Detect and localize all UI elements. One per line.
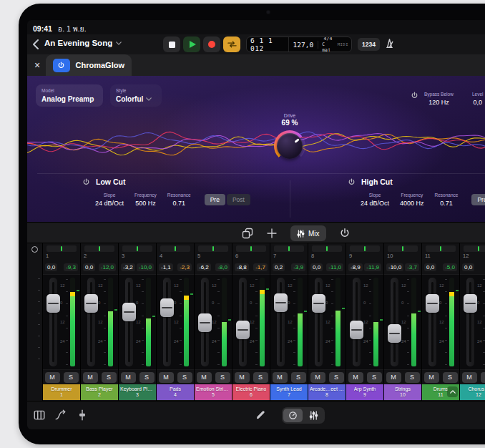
edit-pencil-button[interactable] xyxy=(255,409,266,421)
high-cut-resonance[interactable]: Resonance 0.71 xyxy=(435,193,459,207)
pan-control[interactable] xyxy=(236,245,266,252)
pan-control[interactable] xyxy=(350,245,380,252)
mute-button[interactable]: M xyxy=(197,372,212,383)
solo-button[interactable]: S xyxy=(253,372,268,383)
lcd-display[interactable]: 6 1 1 012 127,0 4/4 C maj MIDI xyxy=(246,36,352,52)
channel-strips-icon[interactable] xyxy=(33,409,46,422)
channel-name-label[interactable]: Bass Player2 xyxy=(81,384,118,400)
low-cut-slope[interactable]: Slope 24 dB/Oct xyxy=(95,193,124,207)
pan-control[interactable] xyxy=(464,245,485,252)
channel-name-label[interactable]: Arcade…eet Pad8 xyxy=(308,384,346,400)
solo-button[interactable]: S xyxy=(405,372,420,383)
mute-button[interactable]: M xyxy=(121,372,136,383)
drive-knob[interactable] xyxy=(274,130,305,162)
channel-name-label[interactable]: Keyboard Player3 xyxy=(119,384,156,400)
channel-name-label[interactable]: Drummer1 xyxy=(43,384,80,400)
stop-button[interactable] xyxy=(163,36,180,52)
high-cut-power-button[interactable] xyxy=(348,178,356,186)
collapse-stack-button[interactable] xyxy=(447,386,458,397)
song-title-menu[interactable]: An Evening Song xyxy=(44,39,122,47)
fader-icon[interactable] xyxy=(76,409,89,422)
fader-handle[interactable] xyxy=(160,298,174,317)
pan-control[interactable] xyxy=(312,245,342,252)
fader-view-button[interactable] xyxy=(304,409,323,422)
fader-handle[interactable] xyxy=(84,294,98,313)
mixer-power-button[interactable] xyxy=(339,228,351,239)
fader-handle[interactable] xyxy=(312,294,325,313)
fader-handle[interactable] xyxy=(236,321,250,339)
solo-button[interactable]: S xyxy=(443,372,458,383)
mix-view-button[interactable]: Mix xyxy=(290,225,326,241)
plugin-power-button[interactable] xyxy=(53,59,70,72)
count-in-button[interactable]: 1234 xyxy=(358,38,380,51)
fader-handle[interactable] xyxy=(464,294,477,313)
solo-button[interactable]: S xyxy=(291,372,306,383)
low-cut-post-button[interactable]: Post xyxy=(227,194,250,205)
channel-name-label[interactable]: Chorus V12 xyxy=(460,384,485,400)
add-button[interactable] xyxy=(266,228,278,239)
low-cut-resonance[interactable]: Resonance 0.71 xyxy=(167,193,191,207)
solo-button[interactable]: S xyxy=(177,372,192,383)
cycle-button[interactable] xyxy=(223,36,240,52)
volume-fader[interactable] xyxy=(87,278,95,366)
channel-name-label[interactable]: Pads4 xyxy=(157,384,194,400)
solo-button[interactable]: S xyxy=(64,372,79,383)
mute-button[interactable]: M xyxy=(273,372,288,383)
channel-name-label[interactable]: Strings10 xyxy=(384,384,421,400)
volume-fader[interactable] xyxy=(428,278,436,366)
level-control[interactable]: Level 0,0 xyxy=(472,92,484,106)
volume-fader[interactable] xyxy=(315,278,323,366)
channel-name-label[interactable]: Electric Piano6 xyxy=(232,384,270,400)
signal-flow-icon[interactable] xyxy=(54,409,67,422)
model-selector[interactable]: Model Analog Preamp xyxy=(36,84,103,107)
channel-name-label[interactable]: Arp Synth9 xyxy=(346,384,383,400)
close-plugin-button[interactable]: × xyxy=(34,59,40,72)
mute-button[interactable]: M xyxy=(348,372,363,383)
high-cut-frequency[interactable]: Frequency 4000 Hz xyxy=(400,193,424,207)
fader-handle[interactable] xyxy=(198,313,212,332)
plugin-tab[interactable]: ChromaGlow xyxy=(46,54,132,76)
volume-fader[interactable] xyxy=(353,278,361,366)
pan-control[interactable] xyxy=(160,245,190,252)
duplicate-icon[interactable] xyxy=(242,228,253,239)
plugin-view-button[interactable] xyxy=(283,409,303,422)
volume-fader[interactable] xyxy=(239,278,247,366)
solo-button[interactable]: S xyxy=(215,372,230,383)
channel-name-label[interactable]: Drums11 xyxy=(422,384,459,400)
drive-knob-control[interactable]: Drive 69 % xyxy=(264,113,315,162)
metronome-button[interactable] xyxy=(383,37,396,49)
pan-control[interactable] xyxy=(426,245,456,252)
solo-button[interactable]: S xyxy=(329,372,344,383)
fader-handle[interactable] xyxy=(350,321,363,339)
mute-button[interactable]: M xyxy=(45,372,60,383)
low-cut-frequency[interactable]: Frequency 500 Hz xyxy=(134,193,157,207)
pan-control[interactable] xyxy=(84,245,114,252)
pan-control[interactable] xyxy=(198,245,228,252)
channel-name-label[interactable]: Synth Lead7 xyxy=(270,384,308,400)
volume-fader[interactable] xyxy=(163,278,171,366)
low-cut-power-button[interactable] xyxy=(82,178,90,186)
style-selector[interactable]: Style Colorful xyxy=(110,84,162,107)
volume-fader[interactable] xyxy=(49,278,57,366)
fader-handle[interactable] xyxy=(426,294,439,313)
fader-handle[interactable] xyxy=(274,293,288,312)
back-chevron-button[interactable] xyxy=(33,39,39,49)
volume-fader[interactable] xyxy=(125,278,133,366)
pan-control[interactable] xyxy=(122,245,152,252)
pan-control[interactable] xyxy=(46,245,77,252)
play-button[interactable] xyxy=(183,36,200,52)
channel-name-label[interactable]: Emotion Strings5 xyxy=(195,384,232,400)
volume-fader[interactable] xyxy=(277,278,285,366)
volume-fader[interactable] xyxy=(391,278,398,366)
high-cut-pre-button[interactable]: Pre xyxy=(471,194,485,205)
mute-button[interactable]: M xyxy=(386,372,401,383)
solo-button[interactable]: S xyxy=(481,372,485,383)
solo-button[interactable]: S xyxy=(367,372,382,383)
pan-control[interactable] xyxy=(274,245,304,252)
record-button[interactable] xyxy=(203,36,220,52)
low-cut-pre-button[interactable]: Pre xyxy=(205,194,225,205)
fader-handle[interactable] xyxy=(388,324,401,343)
mute-button[interactable]: M xyxy=(310,372,325,383)
solo-button[interactable]: S xyxy=(139,372,155,383)
high-cut-slope[interactable]: Slope 24 dB/Oct xyxy=(361,193,389,207)
